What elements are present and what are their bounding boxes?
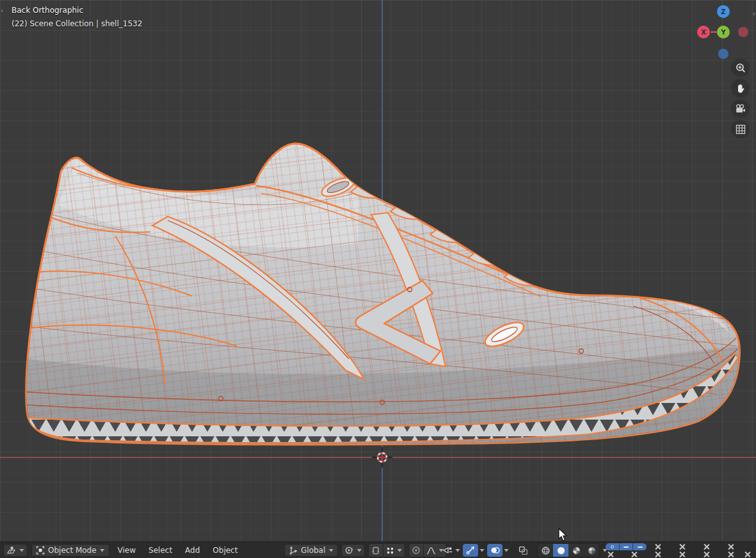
object-mode-icon xyxy=(36,546,45,555)
gizmo-x-axis[interactable]: X xyxy=(697,26,710,38)
snap-magnet-icon xyxy=(371,546,380,555)
pan-button[interactable] xyxy=(731,79,750,97)
shading-material-icon xyxy=(572,546,581,555)
menu-add[interactable]: Add xyxy=(181,545,204,556)
mode-label: Object Mode xyxy=(48,546,97,555)
show-overlays-toggle[interactable] xyxy=(487,544,503,557)
editor-type-3d-viewport-icon xyxy=(6,546,16,555)
chevron-down-icon xyxy=(455,549,460,552)
proportional-editing-toggle[interactable] xyxy=(409,544,423,557)
proportional-edit-group xyxy=(408,543,447,557)
toggle-xray-icon xyxy=(519,546,528,555)
editor-type-button[interactable] xyxy=(3,544,28,557)
sidebar-expand-arrow[interactable]: ‹ xyxy=(753,10,755,17)
shading-material-button[interactable] xyxy=(568,544,584,557)
show-gizmos-icon xyxy=(466,546,475,555)
snapping-group xyxy=(368,543,405,557)
view-label: Back Orthographic xyxy=(12,6,142,15)
viewport-header: Object Mode View Select Add Object Globa… xyxy=(0,541,756,558)
snap-toggle[interactable] xyxy=(369,544,383,557)
placeholder-icon[interactable] xyxy=(727,551,734,558)
menu-view[interactable]: View xyxy=(113,545,140,556)
mini-dash-segment[interactable] xyxy=(633,543,647,550)
shading-rendered-button[interactable] xyxy=(584,544,599,557)
camera-view-button[interactable] xyxy=(731,99,750,118)
show-gizmos-toggle[interactable] xyxy=(463,544,478,557)
shading-solid-button[interactable] xyxy=(553,544,568,557)
chevron-down-icon xyxy=(19,549,24,552)
mini-segmented-control[interactable] xyxy=(606,543,647,550)
orientation-label: Global xyxy=(301,546,325,555)
gizmo-neg-z-axis[interactable] xyxy=(718,49,728,59)
pivot-point-icon xyxy=(344,546,353,555)
menu-object[interactable]: Object xyxy=(208,545,242,556)
shading-wireframe-button[interactable] xyxy=(538,544,553,557)
shading-solid-icon xyxy=(556,546,566,555)
placeholder-icon[interactable] xyxy=(703,551,710,558)
chevron-down-icon xyxy=(100,549,105,552)
gizmo-neg-x-axis[interactable] xyxy=(738,27,748,37)
shading-wireframe-icon xyxy=(541,546,551,555)
menu-select[interactable]: Select xyxy=(144,545,177,556)
mini-dash-segment[interactable] xyxy=(620,543,634,550)
chevron-down-icon xyxy=(504,549,509,552)
zoom-button[interactable] xyxy=(731,58,750,77)
placeholder-icon[interactable] xyxy=(631,551,638,558)
shading-rendered-icon xyxy=(587,546,597,555)
placeholder-icon[interactable] xyxy=(679,543,686,550)
placeholder-icon[interactable] xyxy=(654,543,661,550)
placeholder-icon[interactable] xyxy=(607,551,614,558)
mouse-cursor xyxy=(558,528,568,541)
proportional-falloff-icon xyxy=(426,546,436,555)
viewport-info: Back Orthographic (22) Scene Collection … xyxy=(12,6,142,28)
chevron-down-icon xyxy=(479,549,485,552)
3d-viewport[interactable]: Back Orthographic (22) Scene Collection … xyxy=(0,0,756,541)
placeholder-icon[interactable] xyxy=(703,543,710,550)
pivot-point-dropdown[interactable] xyxy=(341,544,365,557)
toolbar-expand-arrow[interactable]: › xyxy=(1,7,3,14)
show-overlays-icon xyxy=(490,546,500,555)
header-overflow-widgets xyxy=(604,542,753,558)
3d-cursor xyxy=(372,447,392,468)
gizmo-z-label: Z xyxy=(721,8,725,15)
placeholder-icon[interactable] xyxy=(727,543,734,550)
placeholder-icon[interactable] xyxy=(679,551,686,558)
proportional-editing-icon xyxy=(412,546,421,555)
toggle-projection-button[interactable] xyxy=(731,120,750,138)
gizmo-x-label: X xyxy=(701,29,706,36)
snap-increment-icon xyxy=(386,546,394,555)
placeholder-icon[interactable] xyxy=(654,551,661,558)
toggle-xray-button[interactable] xyxy=(515,544,531,557)
object-visibility-dropdown[interactable] xyxy=(443,546,460,555)
gizmo-y-axis[interactable]: Y xyxy=(717,26,730,38)
gizmo-z-axis[interactable]: Z xyxy=(717,5,730,18)
transform-orientation-icon xyxy=(289,546,298,555)
grid-ortho-icon xyxy=(735,124,746,135)
viewport-nav-tools xyxy=(731,58,750,138)
transform-orientation-dropdown[interactable]: Global xyxy=(284,544,338,557)
object-visibility-icon xyxy=(443,546,454,555)
context-label: (22) Scene Collection | shell_1532 xyxy=(12,19,142,28)
pan-hand-icon xyxy=(735,83,746,94)
placeholder-icon[interactable] xyxy=(744,551,751,558)
chevron-down-icon xyxy=(328,549,334,552)
gizmo-y-label: Y xyxy=(721,29,725,36)
camera-view-icon xyxy=(735,103,746,115)
mini-radio-segment[interactable] xyxy=(606,543,620,550)
chevron-down-icon xyxy=(357,549,362,552)
snap-with-dropdown[interactable] xyxy=(383,544,405,557)
zoom-icon xyxy=(735,62,746,74)
shading-mode-group xyxy=(537,543,600,557)
blender-window: Back Orthographic (22) Scene Collection … xyxy=(0,0,756,558)
navigation-gizmo[interactable]: Z X Y xyxy=(696,3,752,62)
chevron-down-icon xyxy=(397,549,402,552)
mode-dropdown[interactable]: Object Mode xyxy=(31,544,109,557)
